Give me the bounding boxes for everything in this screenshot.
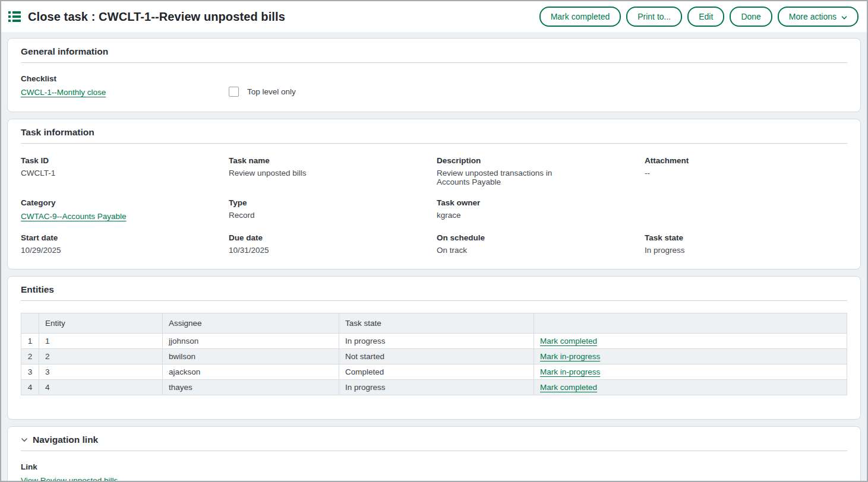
category-link[interactable]: CWTAC-9--Accounts Payable	[21, 212, 127, 221]
row-action-link[interactable]: Mark completed	[540, 337, 597, 345]
row-action-link[interactable]: Mark completed	[540, 383, 597, 392]
table-row: 4 4 thayes In progress Mark completed	[21, 380, 847, 395]
task-state-label: Task state	[645, 233, 829, 242]
category-field: Category CWTAC-9--Accounts Payable	[21, 198, 229, 221]
on-schedule-value: On track	[437, 246, 579, 255]
assignee-cell: thayes	[163, 380, 339, 395]
entity-cell: 3	[39, 364, 163, 380]
table-row: 3 3 ajackson Completed Mark in-progress	[21, 364, 847, 380]
assignee-column-header: Assignee	[163, 313, 339, 334]
table-header-row: Entity Assignee Task state	[21, 313, 847, 334]
task-name-field: Task name Review unposted bills	[229, 156, 437, 186]
entities-section: Entities Entity Assignee Task state	[7, 276, 861, 420]
task-state-value: In progress	[645, 246, 787, 255]
navigation-link-title: Navigation link	[21, 435, 847, 451]
start-date-field: Start date 10/29/2025	[21, 233, 229, 255]
task-name-value: Review unposted bills	[229, 169, 371, 177]
navigation-link-section: Navigation link Link View Review unposte…	[7, 426, 861, 481]
page-header: Close task : CWCLT-1--Review unposted bi…	[1, 1, 867, 32]
view-task-link[interactable]: View Review unposted bills	[21, 476, 118, 481]
due-date-value: 10/31/2025	[229, 246, 371, 255]
mark-completed-button[interactable]: Mark completed	[539, 7, 621, 27]
row-number: 3	[21, 364, 39, 380]
task-state-field: Task state In progress	[645, 233, 847, 255]
table-row: 2 2 bwilson Not started Mark in-progress	[21, 349, 847, 364]
description-label: Description	[437, 156, 627, 165]
due-date-field: Due date 10/31/2025	[229, 233, 437, 255]
task-owner-label: Task owner	[437, 198, 627, 207]
row-action-link[interactable]: Mark in-progress	[540, 352, 600, 361]
task-id-value: CWCLT-1	[21, 169, 163, 177]
task-state-cell: In progress	[339, 334, 534, 349]
attachment-field: Attachment --	[645, 156, 847, 186]
category-label: Category	[21, 198, 211, 207]
navigation-link-title-text: Navigation link	[33, 435, 98, 445]
type-value: Record	[229, 211, 371, 220]
entity-column-header: Entity	[39, 313, 163, 334]
general-information-section: General information Checklist CWCL-1--Mo…	[7, 38, 861, 112]
on-schedule-label: On schedule	[437, 233, 627, 242]
attachment-value: --	[645, 169, 787, 177]
chevron-down-icon	[841, 14, 847, 20]
app-window: Close task : CWCLT-1--Review unposted bi…	[0, 0, 868, 482]
action-column-header	[534, 313, 847, 334]
task-state-cell: Not started	[339, 349, 534, 364]
page-title: Close task : CWCLT-1--Review unposted bi…	[28, 10, 285, 24]
entity-cell: 1	[39, 334, 163, 349]
general-information-title: General information	[21, 46, 847, 63]
row-number: 1	[21, 334, 39, 349]
top-level-only-checkbox[interactable]	[229, 87, 239, 97]
print-to-button[interactable]: Print to...	[626, 7, 682, 27]
task-state-cell: In progress	[339, 380, 534, 395]
more-actions-button[interactable]: More actions	[778, 7, 858, 27]
attachment-label: Attachment	[645, 156, 829, 165]
edit-button[interactable]: Edit	[687, 7, 724, 27]
row-number: 2	[21, 349, 39, 364]
more-actions-label: More actions	[789, 12, 837, 21]
task-information-title: Task information	[21, 127, 847, 144]
entities-title: Entities	[21, 284, 847, 301]
checklist-icon	[8, 11, 21, 22]
top-level-only-label[interactable]: Top level only	[247, 87, 296, 96]
collapse-chevron-icon[interactable]	[21, 436, 28, 443]
row-action-link[interactable]: Mark in-progress	[540, 367, 600, 376]
task-name-label: Task name	[229, 156, 419, 165]
link-label: Link	[21, 462, 847, 471]
toolbar: Mark completed Print to... Edit Done Mor…	[539, 7, 858, 27]
task-owner-field: Task owner kgrace	[437, 198, 645, 221]
description-field: Description Review unposted transactions…	[437, 156, 645, 186]
rownum-column-header	[21, 313, 39, 334]
table-row: 1 1 jjohnson In progress Mark completed	[21, 334, 847, 349]
task-id-label: Task ID	[21, 156, 211, 165]
done-button[interactable]: Done	[730, 7, 772, 27]
checklist-label: Checklist	[21, 74, 229, 83]
type-label: Type	[229, 198, 419, 207]
empty-cell	[645, 198, 847, 221]
assignee-cell: ajackson	[163, 364, 339, 380]
entity-cell: 4	[39, 380, 163, 395]
row-number: 4	[21, 380, 39, 395]
task-information-section: Task information Task ID CWCLT-1 Task na…	[7, 119, 861, 269]
start-date-value: 10/29/2025	[21, 246, 163, 255]
task-id-field: Task ID CWCLT-1	[21, 156, 229, 186]
start-date-label: Start date	[21, 233, 211, 242]
assignee-cell: jjohnson	[163, 334, 339, 349]
entity-cell: 2	[39, 349, 163, 364]
type-field: Type Record	[229, 198, 437, 221]
assignee-cell: bwilson	[163, 349, 339, 364]
task-state-column-header: Task state	[339, 313, 534, 334]
entities-table: Entity Assignee Task state 1 1 jjohnson …	[21, 313, 847, 395]
task-state-cell: Completed	[339, 364, 534, 380]
task-owner-value: kgrace	[437, 211, 579, 220]
checklist-link[interactable]: CWCL-1--Monthly close	[21, 88, 106, 97]
page-content: General information Checklist CWCL-1--Mo…	[1, 32, 867, 481]
on-schedule-field: On schedule On track	[437, 233, 645, 255]
due-date-label: Due date	[229, 233, 419, 242]
description-value: Review unposted transactions in Accounts…	[437, 169, 579, 186]
